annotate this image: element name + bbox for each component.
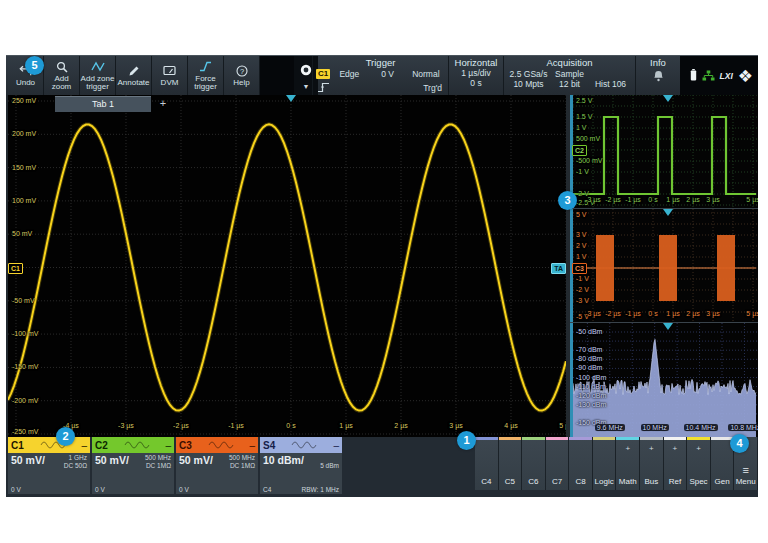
channel-offset: C4 <box>263 486 271 493</box>
x-axis-tick: 5 µs <box>737 310 758 318</box>
main-waveform-display[interactable]: Tab 1 + C1 TA 250 mV200 mV150 mV100 mV50… <box>8 95 566 437</box>
channel-bar: C1–50 mV/1 GHzDC 50Ω0 VC2–50 mV/500 MHzD… <box>6 437 758 497</box>
horizontal-group[interactable]: Horizontal 1 µs/div 0 s <box>448 56 503 96</box>
trigger-group[interactable]: Trigger C1 Edge 0 V Normal Trg'd <box>312 56 448 96</box>
trigger-kind: Edge <box>330 69 368 79</box>
y-axis-tick: 250 mV <box>12 97 36 105</box>
button-c7[interactable]: C7 <box>546 437 570 490</box>
screenshot-canvas: UndoAdd zoomAdd zone triggerAnnotateDVMF… <box>0 0 768 543</box>
channel-buttons: C4C5C6C7C8Logic+Math+Bus+Ref+SpecGen≡Men… <box>475 437 758 490</box>
panel-c3-burst[interactable]: C3 5 V3 V2 V1 V-1 V-2 V-3 V-5 V-3 µs-2 µ… <box>570 209 758 323</box>
y-axis-tick: 1 V <box>576 124 587 132</box>
minimize-icon[interactable]: – <box>165 440 171 451</box>
record-icon <box>299 63 313 81</box>
acquisition-title: Acquisition <box>504 56 635 68</box>
dvm-icon <box>163 65 176 78</box>
toolbar-button-force-trigger[interactable]: Force trigger <box>188 56 224 96</box>
y-axis-tick: -500 mV <box>576 157 602 165</box>
toolbar-button-dvm[interactable]: DVM <box>152 56 188 96</box>
channel-color-strip <box>616 437 639 440</box>
button-label: C7 <box>552 477 562 486</box>
callout-5: 5 <box>25 56 44 75</box>
x-axis-tick: -1 µs <box>220 422 252 430</box>
channel-settings: 1 GHzDC 50Ω <box>64 454 87 470</box>
toolbar-button-add-zone-trigger[interactable]: Add zone trigger <box>80 56 116 96</box>
button-label: C5 <box>505 477 515 486</box>
button-ref[interactable]: +Ref <box>664 437 688 490</box>
button-label: Menu <box>736 477 756 486</box>
toolbar-button-label: DVM <box>161 79 179 88</box>
lxi-label: LXI <box>720 71 733 81</box>
y-axis-tick: -50 mV <box>12 297 35 305</box>
x-axis-tick: 10 MHz <box>639 424 671 432</box>
channel-c1-level-marker[interactable]: C1 <box>8 263 23 274</box>
add-tab-button[interactable]: + <box>156 96 170 111</box>
help-icon: ? <box>236 65 248 78</box>
button-math[interactable]: +Math <box>616 437 640 490</box>
button-logic[interactable]: Logic <box>593 437 617 490</box>
channel-c3-level-marker[interactable]: C3 <box>572 263 587 274</box>
panel-selector-bar[interactable] <box>570 323 573 437</box>
channel-c2-level-marker[interactable]: C2 <box>572 145 587 156</box>
tab-tab1[interactable]: Tab 1 <box>55 96 151 112</box>
y-axis-tick: 5 V <box>576 211 587 219</box>
trigger-position-marker-icon[interactable] <box>286 95 296 102</box>
panel-spectrum[interactable]: -50 dBm-70 dBm-80 dBm-90 dBm-100 dBm-110… <box>570 323 758 437</box>
y-axis-tick: -110 dBm <box>576 383 606 391</box>
acquisition-history: Hist 106 <box>590 79 631 89</box>
toolbar-button-annotate[interactable]: Annotate <box>116 56 152 96</box>
trigger-state: Trg'd <box>423 83 442 93</box>
y-axis-tick: -1 V <box>576 275 589 283</box>
add-icon: + <box>625 445 630 453</box>
battery-icon <box>690 67 697 85</box>
acquisition-bits: 12 bit <box>549 79 590 89</box>
horizontal-position: 0 s <box>449 78 503 88</box>
info-group[interactable]: Info <box>635 56 680 96</box>
button-c8[interactable]: C8 <box>569 437 593 490</box>
svg-text:?: ? <box>239 66 243 75</box>
trigger-source-badge[interactable]: C1 <box>316 69 330 79</box>
bell-icon[interactable] <box>653 68 664 85</box>
c2-gate-pulse <box>570 95 758 208</box>
horizontal-scale: 1 µs/div <box>449 68 503 78</box>
trigger-position-marker-icon <box>663 323 673 330</box>
button-c6[interactable]: C6 <box>522 437 546 490</box>
info-title: Info <box>636 56 680 68</box>
y-axis-tick: -50 dBm <box>576 328 602 336</box>
channel-rbw: RBW: 1 MHz <box>302 486 339 493</box>
y-axis-tick: -200 mV <box>12 397 38 405</box>
oscilloscope-ui: UndoAdd zoomAdd zone triggerAnnotateDVMF… <box>6 55 758 497</box>
channel-offset: 0 V <box>11 486 21 493</box>
magnifier-icon <box>56 61 68 74</box>
channel-badge-c1[interactable]: C1–50 mV/1 GHzDC 50Ω0 V <box>8 437 90 494</box>
button-c5[interactable]: C5 <box>499 437 523 490</box>
channel-badge-c2[interactable]: C2–50 mV/500 MHzDC 1MΩ0 V <box>92 437 174 494</box>
trigger-mode: Normal <box>407 69 445 79</box>
x-axis-tick: 4 µs <box>495 422 527 430</box>
channel-color-strip <box>569 437 592 440</box>
button-label: Ref <box>669 477 681 486</box>
acquisition-group[interactable]: Acquisition 2.5 GSa/s 10 Mpts Sample 12 … <box>503 56 635 96</box>
toolbar-button-add-zoom[interactable]: Add zoom <box>44 56 80 96</box>
minimize-icon[interactable]: – <box>81 440 87 451</box>
callout-2: 2 <box>56 427 75 446</box>
button-bus[interactable]: +Bus <box>640 437 664 490</box>
status-area: LXI ❖ <box>680 56 758 96</box>
trigger-level-marker[interactable]: TA <box>551 263 566 274</box>
toolbar: UndoAdd zoomAdd zone triggerAnnotateDVMF… <box>6 55 758 95</box>
mini-waveform-icon <box>192 440 250 451</box>
panel-c2-logic[interactable]: C2 2.5 V1.5 V1 V500 mV-500 mV-1 V-2 V-2.… <box>570 95 758 209</box>
minimize-icon[interactable]: – <box>333 440 339 451</box>
minimize-icon[interactable]: – <box>249 440 255 451</box>
button-c4[interactable]: C4 <box>475 437 499 490</box>
y-axis-tick: -2 V <box>576 286 589 294</box>
button-spec[interactable]: +Spec <box>687 437 711 490</box>
channel-name: S4 <box>263 440 275 451</box>
y-axis-tick: 500 mV <box>576 135 600 143</box>
x-axis-tick: 0 s <box>275 422 307 430</box>
mini-waveform-icon <box>275 440 333 451</box>
toolbar-button-help[interactable]: ?Help <box>224 56 260 96</box>
channel-badge-s4[interactable]: S4–10 dBm/ 5 dBmC4RBW: 1 MHz <box>260 437 342 494</box>
y-axis-tick: 1.5 V <box>576 113 592 121</box>
channel-badge-c3[interactable]: C3–50 mV/500 MHzDC 1MΩ0 V <box>176 437 258 494</box>
